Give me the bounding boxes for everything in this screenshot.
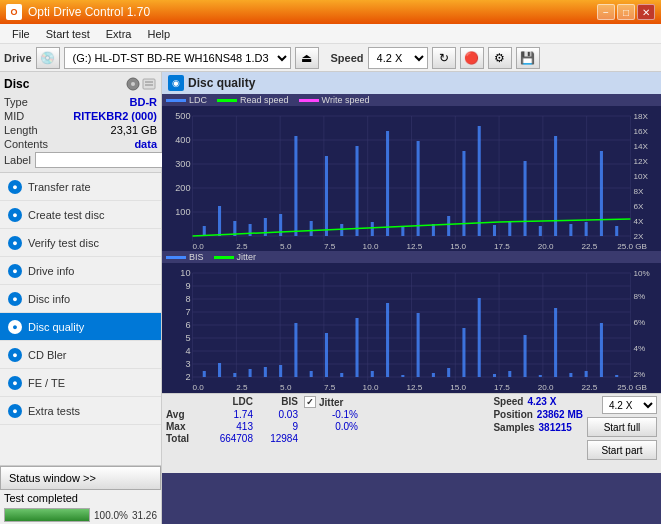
position-label: Position — [493, 409, 532, 420]
svg-rect-103 — [294, 323, 297, 377]
speed-select[interactable]: 4.2 X — [368, 47, 428, 69]
svg-text:10.0: 10.0 — [363, 383, 379, 392]
svg-text:10X: 10X — [634, 172, 649, 181]
minimize-button[interactable]: − — [597, 4, 615, 20]
stats-header-bis: BIS — [259, 396, 304, 408]
svg-text:5: 5 — [185, 333, 190, 343]
svg-rect-100 — [249, 369, 252, 377]
svg-rect-33 — [355, 146, 358, 236]
disc-quality-label: Disc quality — [28, 321, 84, 333]
svg-rect-118 — [524, 335, 527, 377]
start-full-button[interactable]: Start full — [587, 417, 657, 437]
sidebar-item-verify-test-disc[interactable]: ●Verify test disc — [0, 229, 161, 257]
stats-max-ldc: 413 — [204, 421, 259, 432]
progress-percent: 100.0% — [94, 510, 128, 521]
drive-info-label: Drive info — [28, 265, 74, 277]
speed-val: 4.23 X — [527, 396, 556, 407]
menu-file[interactable]: File — [4, 26, 38, 42]
close-button[interactable]: ✕ — [637, 4, 655, 20]
disc-contents-row: Contents data — [4, 138, 157, 150]
svg-rect-42 — [493, 225, 496, 236]
svg-rect-47 — [569, 224, 572, 236]
svg-text:2: 2 — [185, 372, 190, 382]
disc-label-row: Label 🔍 — [4, 152, 157, 168]
stats-avg-bis: 0.03 — [259, 409, 304, 420]
stats-header-jitter: Jitter — [319, 397, 343, 408]
svg-text:15.0: 15.0 — [450, 383, 466, 392]
disc-length-row: Length 23,31 GB — [4, 124, 157, 136]
jitter-checkbox[interactable]: ✓ — [304, 396, 316, 408]
svg-rect-109 — [386, 303, 389, 377]
stats-header-ldc: LDC — [204, 396, 259, 408]
svg-text:18X: 18X — [634, 112, 649, 121]
start-part-button[interactable]: Start part — [587, 440, 657, 460]
svg-rect-30 — [310, 221, 313, 236]
progress-extra: 31.26 — [132, 510, 157, 521]
sidebar-item-extra-tests[interactable]: ●Extra tests — [0, 397, 161, 425]
disc-mid-key: MID — [4, 110, 24, 122]
svg-text:22.5: 22.5 — [582, 383, 598, 392]
svg-text:5.0: 5.0 — [280, 383, 292, 392]
sidebar-item-disc-quality[interactable]: ●Disc quality — [0, 313, 161, 341]
svg-text:6%: 6% — [634, 318, 646, 327]
burn-button[interactable]: 🔴 — [460, 47, 484, 69]
svg-rect-35 — [386, 131, 389, 236]
menu-start-test[interactable]: Start test — [38, 26, 98, 42]
svg-text:2.5: 2.5 — [236, 242, 248, 251]
svg-text:2.5: 2.5 — [236, 383, 248, 392]
position-row: Position 23862 MB — [493, 409, 583, 420]
sidebar-item-disc-info[interactable]: ●Disc info — [0, 285, 161, 313]
sidebar-item-transfer-rate[interactable]: ●Transfer rate — [0, 173, 161, 201]
chart-title-bar: ◉ Disc quality — [162, 72, 661, 94]
sidebar-item-fe-te[interactable]: ●FE / TE — [0, 369, 161, 397]
settings-button[interactable]: ⚙ — [488, 47, 512, 69]
speed-pos-section: Speed 4.23 X Position 23862 MB Samples 3… — [493, 396, 583, 433]
svg-text:25.0 GB: 25.0 GB — [617, 383, 647, 392]
legend-ldc: LDC — [166, 95, 207, 105]
svg-rect-32 — [340, 224, 343, 236]
eject-button[interactable]: ⏏ — [295, 47, 319, 69]
svg-text:2X: 2X — [634, 232, 645, 241]
svg-text:12.5: 12.5 — [406, 242, 422, 251]
stats-avg-ldc: 1.74 — [204, 409, 259, 420]
disc-contents-key: Contents — [4, 138, 48, 150]
menu-help[interactable]: Help — [139, 26, 178, 42]
svg-rect-34 — [371, 222, 374, 236]
stats-total-label: Total — [166, 433, 204, 444]
svg-rect-123 — [600, 323, 603, 377]
maximize-button[interactable]: □ — [617, 4, 635, 20]
speed-dropdown[interactable]: 4.2 X — [602, 396, 657, 414]
svg-rect-105 — [325, 333, 328, 377]
svg-rect-120 — [554, 308, 557, 377]
disc-contents-val: data — [134, 138, 157, 150]
sidebar-item-drive-info[interactable]: ●Drive info — [0, 257, 161, 285]
jitter-checkbox-area[interactable]: ✓ Jitter — [304, 396, 343, 408]
sidebar-item-create-test-disc[interactable]: ●Create test disc — [0, 201, 161, 229]
svg-text:5.0: 5.0 — [280, 242, 292, 251]
legend-read-speed: Read speed — [217, 95, 289, 105]
svg-point-1 — [131, 82, 135, 86]
speed-label: Speed — [493, 396, 523, 407]
progress-row: Test completed — [0, 490, 161, 506]
menu-extra[interactable]: Extra — [98, 26, 140, 42]
transfer-rate-icon: ● — [8, 180, 22, 194]
legend-write-color — [299, 99, 319, 102]
transfer-rate-label: Transfer rate — [28, 181, 91, 193]
save-button[interactable]: 💾 — [516, 47, 540, 69]
speed-row: Speed 4.23 X — [493, 396, 583, 407]
svg-rect-117 — [508, 371, 511, 377]
svg-rect-45 — [539, 226, 542, 236]
drive-select[interactable]: (G:) HL-DT-ST BD-RE WH16NS48 1.D3 — [64, 47, 291, 69]
disc-label-input[interactable] — [35, 152, 168, 168]
sidebar-item-cd-bler[interactable]: ●CD Bler — [0, 341, 161, 369]
svg-rect-108 — [371, 371, 374, 377]
svg-rect-38 — [432, 224, 435, 236]
svg-text:200: 200 — [175, 183, 190, 193]
refresh-button[interactable]: ↻ — [432, 47, 456, 69]
title-controls[interactable]: − □ ✕ — [597, 4, 655, 20]
legend-jitter-label: Jitter — [237, 252, 257, 262]
stats-avg-jitter: -0.1% — [304, 409, 364, 420]
status-window-button[interactable]: Status window >> — [0, 466, 161, 490]
svg-text:3: 3 — [185, 359, 190, 369]
svg-rect-112 — [432, 373, 435, 377]
